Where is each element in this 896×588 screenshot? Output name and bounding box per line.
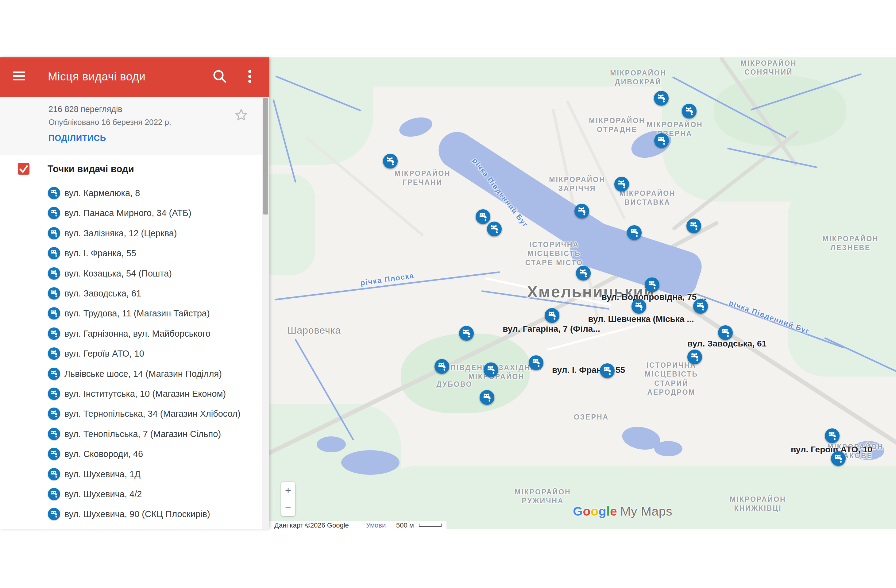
search-icon[interactable]: [210, 67, 230, 86]
water-tap-icon: [48, 347, 60, 360]
water-tap-marker[interactable]: [434, 359, 449, 374]
water-tap-icon: [48, 428, 60, 440]
street: [547, 318, 660, 351]
map-canvas[interactable]: МІКРОРАЙОН СОНЯЧНИЙМІКРОРАЙОН ДИВОКРАЙМІ…: [269, 57, 896, 529]
list-item[interactable]: вул. Сковороди, 46: [0, 444, 262, 464]
locality-label: Шаровечка: [288, 325, 341, 336]
region-label: МІКРОРАЙОН ВИСТАВКА: [619, 189, 675, 207]
google-logo-letter: G: [573, 504, 583, 518]
list-item-label: вул. Козацька, 54 (Пошта): [64, 268, 172, 279]
water-tap-marker[interactable]: [718, 325, 733, 340]
sidebar-scrollbar[interactable]: [262, 97, 269, 529]
more-options-icon[interactable]: [240, 67, 260, 86]
map-green-area: [386, 466, 896, 529]
map-meta-section: 216 828 переглядів Опубліковано 16 берез…: [0, 97, 262, 155]
google-logo-letter: e: [610, 504, 617, 518]
water-tap-marker[interactable]: [682, 104, 696, 119]
water-tap-marker[interactable]: [459, 326, 474, 341]
water-tap-marker[interactable]: [645, 277, 660, 292]
water-tap-marker[interactable]: [654, 91, 669, 105]
menu-icon[interactable]: [13, 72, 25, 82]
zoom-out-button[interactable]: −: [281, 499, 295, 516]
list-item[interactable]: вул. Панаса Мирного, 34 (АТБ): [0, 203, 262, 223]
list-item-label: вул. Гарнізонна, вул. Майборського: [64, 329, 210, 339]
map-data-text: Дані карт ©2026 Google: [274, 521, 349, 529]
water-tap-icon: [48, 328, 60, 340]
list-item-label: вул. Шухевича, 4/2: [64, 489, 142, 499]
google-logo-letter: g: [599, 504, 606, 518]
star-icon[interactable]: [233, 107, 249, 123]
water-tap-icon: [48, 388, 60, 400]
map-attribution: Дані карт ©2026 Google Умови 500 м: [269, 521, 446, 529]
water-tap-marker[interactable]: [383, 154, 398, 169]
water-tap-marker[interactable]: [574, 204, 589, 218]
list-item[interactable]: вул. І. Франка, 55: [0, 243, 262, 263]
water-tap-marker[interactable]: [529, 355, 543, 370]
list-item[interactable]: вул. Тернопільська, 34 (Магазин Хлібосол…: [0, 404, 262, 423]
list-item[interactable]: вул. Козацька, 54 (Пошта): [0, 264, 262, 283]
water-tap-icon: [48, 488, 60, 500]
terms-link[interactable]: Умови: [366, 521, 386, 529]
list-item[interactable]: вул. Залізняка, 12 (Церква): [0, 223, 262, 243]
water-tap-marker[interactable]: [686, 218, 701, 233]
list-item[interactable]: вул. Інститутська, 10 (Магазин Економ): [0, 384, 262, 404]
water-points-list: вул. Кармелюка, 8вул. Панаса Мирного, 34…: [0, 183, 262, 529]
list-item[interactable]: вул. Шухевича, 1Д: [0, 464, 262, 484]
layer-row: Точки видачі води: [0, 155, 262, 183]
list-item[interactable]: вул. Заводська, 61: [0, 283, 262, 303]
share-button[interactable]: ПОДІЛИТИСЬ: [49, 134, 106, 143]
list-item[interactable]: вул. Кармелюка, 8: [0, 183, 262, 203]
list-item-label: вул. Панаса Мирного, 34 (АТБ): [64, 208, 192, 218]
water-tap-marker[interactable]: [654, 133, 669, 148]
water-tap-marker[interactable]: [825, 428, 840, 443]
water-tap-icon: [48, 227, 60, 239]
list-item-label: вул. Тенопільська, 7 (Магазин Сільпо): [64, 429, 221, 439]
region-label: МІКРОРАЙОН ОТРАДНЕ: [589, 116, 645, 134]
water-tap-icon: [48, 187, 60, 199]
river-ploska: [274, 271, 500, 300]
map-title: Місця видачі води: [48, 70, 145, 83]
water-tap-marker[interactable]: [480, 390, 494, 405]
google-my-maps-logo: GoogleMy Maps: [573, 504, 672, 519]
my-maps-label: My Maps: [620, 504, 672, 518]
zoom-in-button[interactable]: +: [281, 482, 295, 499]
water-tap-marker[interactable]: [687, 350, 702, 364]
water-tap-marker[interactable]: [627, 225, 642, 240]
lake: [852, 441, 884, 460]
water-tap-marker[interactable]: [545, 308, 559, 323]
water-tap-icon: [48, 207, 60, 219]
list-item[interactable]: вул. Гарнізонна, вул. Майборського: [0, 324, 262, 343]
layer-title: Точки видачі води: [47, 164, 134, 175]
water-tap-icon: [48, 247, 60, 259]
water-tap-marker[interactable]: [631, 299, 646, 314]
list-item[interactable]: вул. Трудова, 11 (Магазин Тайстра): [0, 303, 262, 323]
list-item[interactable]: вул. Шухевича, 4/2: [0, 484, 262, 504]
layer-checkbox[interactable]: [18, 163, 29, 175]
google-logo: Google: [573, 504, 617, 518]
road: [305, 136, 424, 236]
list-item-label: вул. Шухевича, 90 (СКЦ Плоскирів): [64, 509, 210, 519]
water-tap-marker[interactable]: [600, 363, 615, 378]
lake: [397, 114, 434, 140]
water-tap-marker[interactable]: [693, 299, 708, 314]
road: [566, 100, 626, 220]
lake: [317, 436, 346, 452]
google-my-maps-screen: Місця видачі води 216 828 переглядів Опу…: [0, 0, 896, 588]
list-item[interactable]: Львівське шосе, 14 (Магазин Поділля): [0, 364, 262, 384]
water-tap-marker[interactable]: [576, 266, 591, 280]
list-item-label: вул. І. Франка, 55: [64, 248, 136, 258]
scrollbar-thumb[interactable]: [263, 98, 268, 215]
water-tap-marker[interactable]: [614, 177, 629, 192]
list-item-label: вул. Заводська, 61: [64, 288, 141, 299]
water-tap-marker[interactable]: [475, 209, 490, 224]
water-tap-icon: [48, 368, 60, 380]
water-tap-marker[interactable]: [487, 222, 502, 236]
google-logo-letter: o: [583, 504, 591, 518]
water-tap-marker[interactable]: [831, 451, 846, 466]
list-item[interactable]: вул. Шухевича, 90 (СКЦ Плоскирів): [0, 504, 262, 524]
list-item[interactable]: вул. Тенопільська, 7 (Магазин Сільпо): [0, 424, 262, 444]
list-item-label: вул. Залізняка, 12 (Церква): [64, 228, 177, 238]
water-tap-marker[interactable]: [484, 363, 498, 377]
list-item[interactable]: вул. Героїв АТО, 10: [0, 344, 262, 363]
google-logo-letter: o: [591, 504, 599, 518]
